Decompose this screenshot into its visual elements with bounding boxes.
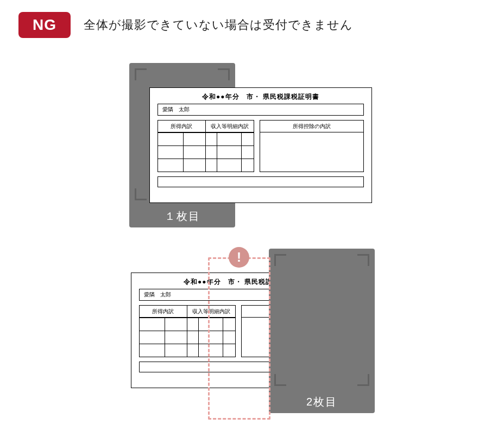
instruction-card: NG 全体が撮影できていない場合は受付できません １枚目 令和●●年分 市・ 県… [0, 0, 504, 437]
left-table-header-2: 収入等明細内訳 [206, 121, 254, 132]
phone-frame-2: 2枚目 [269, 249, 375, 413]
header-row: NG 全体が撮影できていない場合は受付できません [18, 12, 353, 38]
left-table: 所得内訳 収入等明細内訳 [158, 120, 254, 172]
left-table-header-1: 所得内訳 [158, 121, 206, 132]
doc-body: 愛隣 太郎 所得内訳 収入等明細内訳 所得控除 [150, 104, 371, 194]
viewfinder-corner-icon [218, 68, 230, 80]
viewfinder-corner-icon [135, 188, 147, 200]
left-table-header-1: 所得内訳 [140, 306, 187, 317]
phone-label-1: １枚目 [129, 206, 235, 227]
viewfinder-corner-icon [357, 254, 369, 266]
phone-label-2: 2枚目 [269, 391, 375, 413]
right-table-header: 所得控除の内訳 [260, 121, 363, 132]
viewfinder-corner-icon [135, 68, 147, 80]
doc-title: 令和●●年分 市・ 県民税課税証明書 [150, 88, 371, 104]
doc-tables: 所得内訳 収入等明細内訳 所得控除の内訳 [158, 120, 364, 172]
viewfinder-corner-icon [274, 374, 286, 386]
instruction-title: 全体が撮影できていない場合は受付できません [84, 17, 353, 33]
warning-icon: ! [229, 247, 249, 268]
ng-badge: NG [18, 12, 71, 38]
viewfinder-corner-icon [274, 254, 286, 266]
certificate-document-1: 令和●●年分 市・ 県民税課税証明書 愛隣 太郎 所得内訳 収入等明細内訳 [149, 87, 372, 203]
right-table: 所得控除の内訳 [260, 120, 364, 172]
missing-area-outline [208, 257, 270, 420]
viewfinder-corner-icon [357, 374, 369, 386]
phone-viewfinder-2 [269, 249, 375, 391]
doc-bottom-bar [158, 176, 364, 187]
doc-name-row: 愛隣 太郎 [158, 104, 364, 116]
